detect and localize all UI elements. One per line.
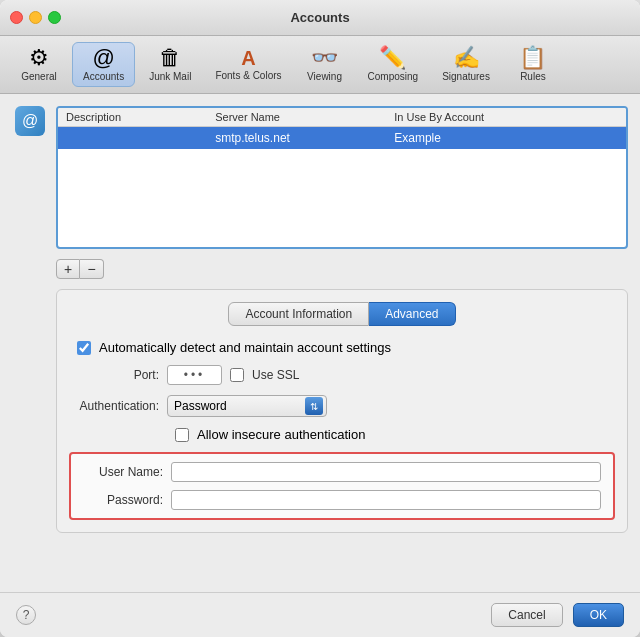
smtp-settings-panel: Account Information Advanced Automatical…: [56, 289, 628, 533]
smtp-cell-server-name: smtp.telus.net: [215, 131, 394, 145]
toolbar-item-viewing[interactable]: 👓 Viewing: [296, 43, 354, 86]
toolbar-label-accounts: Accounts: [83, 71, 124, 82]
account-avatar-icon: @: [22, 112, 38, 130]
toolbar-label-signatures: Signatures: [442, 71, 490, 82]
allow-insecure-checkbox[interactable]: [175, 428, 189, 442]
left-sidebar: @: [12, 106, 48, 580]
toolbar-label-viewing: Viewing: [307, 71, 342, 82]
tab-account-information[interactable]: Account Information: [228, 302, 369, 326]
username-label: User Name:: [83, 465, 163, 479]
toolbar-label-fonts-colors: Fonts & Colors: [215, 70, 281, 81]
toolbar-item-rules[interactable]: 📋 Rules: [504, 43, 562, 86]
smtp-cell-description: [66, 131, 215, 145]
rules-icon: 📋: [519, 47, 546, 69]
window-controls: [10, 11, 61, 24]
main-window: Accounts ⚙ General @ Accounts 🗑 Junk Mai…: [0, 0, 640, 637]
titlebar: Accounts: [0, 0, 640, 36]
account-avatar: @: [15, 106, 45, 136]
use-ssl-checkbox[interactable]: [230, 368, 244, 382]
add-smtp-button[interactable]: +: [56, 259, 80, 279]
port-label: Port:: [69, 368, 159, 382]
allow-insecure-label: Allow insecure authentication: [197, 427, 365, 442]
tab-bar: Account Information Advanced: [69, 302, 615, 326]
toolbar-item-junk-mail[interactable]: 🗑 Junk Mail: [139, 43, 201, 86]
port-input[interactable]: [167, 365, 222, 385]
authentication-row: Authentication: Password MD5 Challenge-R…: [69, 395, 615, 417]
minimize-button[interactable]: [29, 11, 42, 24]
smtp-cell-in-use-by: Example: [394, 131, 618, 145]
remove-smtp-button[interactable]: −: [80, 259, 104, 279]
add-remove-bar: + −: [56, 259, 628, 279]
close-button[interactable]: [10, 11, 23, 24]
accounts-icon: @: [92, 47, 114, 69]
auth-select-wrapper: Password MD5 Challenge-Response NTLM Ker…: [167, 395, 327, 417]
toolbar-label-general: General: [21, 71, 57, 82]
toolbar-item-general[interactable]: ⚙ General: [10, 43, 68, 86]
auto-detect-label: Automatically detect and maintain accoun…: [99, 340, 391, 355]
smtp-table-body: smtp.telus.net Example: [58, 127, 626, 247]
toolbar-item-composing[interactable]: ✏️ Composing: [358, 43, 429, 86]
main-panel: Description Server Name In Use By Accoun…: [56, 106, 628, 580]
use-ssl-label: Use SSL: [252, 368, 299, 382]
port-row: Port: Use SSL: [69, 365, 615, 385]
help-button[interactable]: ?: [16, 605, 36, 625]
toolbar-item-accounts[interactable]: @ Accounts: [72, 42, 135, 87]
password-row: Password:: [83, 490, 601, 510]
credentials-box: User Name: Password:: [69, 452, 615, 520]
col-header-description: Description: [66, 111, 215, 123]
signatures-icon: ✍️: [453, 47, 480, 69]
auth-select[interactable]: Password MD5 Challenge-Response NTLM Ker…: [167, 395, 327, 417]
username-input[interactable]: [171, 462, 601, 482]
toolbar: ⚙ General @ Accounts 🗑 Junk Mail A Fonts…: [0, 36, 640, 94]
content-area: @ Description Server Name In Use By Acco…: [0, 94, 640, 592]
col-header-server-name: Server Name: [215, 111, 394, 123]
auth-label: Authentication:: [69, 399, 159, 413]
smtp-servers-table: Description Server Name In Use By Accoun…: [56, 106, 628, 249]
auto-detect-row: Automatically detect and maintain accoun…: [69, 340, 615, 355]
col-header-in-use-by: In Use By Account: [394, 111, 618, 123]
toolbar-label-junk-mail: Junk Mail: [149, 71, 191, 82]
smtp-table-header: Description Server Name In Use By Accoun…: [58, 108, 626, 127]
username-row: User Name:: [83, 462, 601, 482]
toolbar-item-signatures[interactable]: ✍️ Signatures: [432, 43, 500, 86]
general-icon: ⚙: [29, 47, 49, 69]
maximize-button[interactable]: [48, 11, 61, 24]
tab-advanced[interactable]: Advanced: [369, 302, 455, 326]
toolbar-item-fonts-colors[interactable]: A Fonts & Colors: [205, 44, 291, 85]
auto-detect-checkbox[interactable]: [77, 341, 91, 355]
insecure-auth-row: Allow insecure authentication: [69, 427, 615, 442]
viewing-icon: 👓: [311, 47, 338, 69]
bottom-bar: ? Cancel OK: [0, 592, 640, 637]
toolbar-label-rules: Rules: [520, 71, 546, 82]
window-title: Accounts: [290, 10, 349, 25]
composing-icon: ✏️: [379, 47, 406, 69]
junk-mail-icon: 🗑: [159, 47, 181, 69]
ok-button[interactable]: OK: [573, 603, 624, 627]
fonts-colors-icon: A: [241, 48, 255, 68]
password-input[interactable]: [171, 490, 601, 510]
password-label: Password:: [83, 493, 163, 507]
toolbar-label-composing: Composing: [368, 71, 419, 82]
smtp-table-row[interactable]: smtp.telus.net Example: [58, 127, 626, 149]
cancel-button[interactable]: Cancel: [491, 603, 562, 627]
